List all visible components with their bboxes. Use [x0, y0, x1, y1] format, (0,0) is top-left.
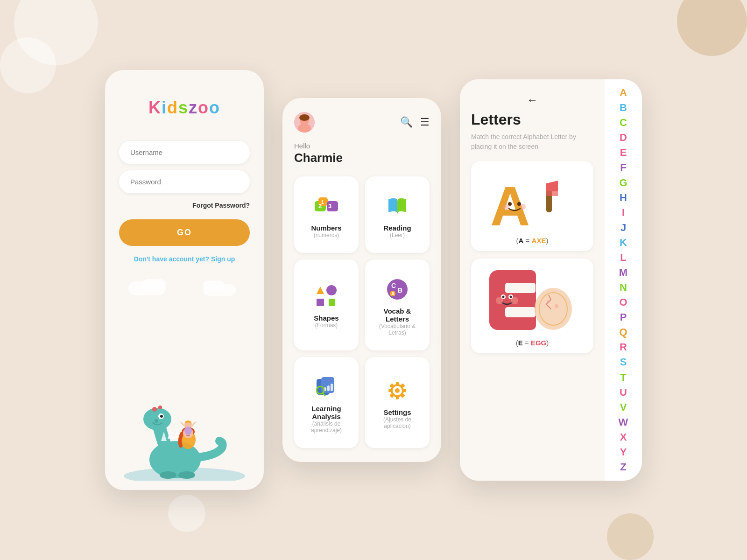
numbers-title: Numbers: [311, 224, 341, 232]
alpha-w[interactable]: W: [610, 416, 636, 428]
svg-text:B: B: [398, 287, 402, 294]
svg-point-24: [299, 114, 310, 121]
forgot-password-link[interactable]: Forgot Password?: [192, 202, 250, 209]
svg-marker-33: [317, 299, 324, 306]
alpha-i[interactable]: I: [610, 207, 636, 219]
svg-point-74: [511, 297, 518, 304]
letter-e-label: (E = EGG): [516, 339, 549, 347]
alpha-r[interactable]: R: [610, 341, 636, 353]
username-input[interactable]: [119, 141, 250, 164]
menu-vocab[interactable]: C B A Vocab & Letters (Vocabulario & Let…: [365, 259, 430, 350]
svg-point-73: [496, 297, 503, 304]
alphabet-sidebar: A B C D E F G H I J K L M N O P Q R S T …: [605, 79, 642, 481]
alpha-h[interactable]: H: [610, 192, 636, 204]
menu-settings[interactable]: Settings (Ajustes de aplicación): [365, 357, 430, 448]
cloud-2: [142, 279, 166, 289]
cloud-4: [203, 280, 224, 290]
greeting-section: Hello Charmie: [294, 142, 430, 165]
svg-point-78: [555, 304, 558, 308]
svg-point-75: [535, 288, 572, 330]
letters-title: Letters: [471, 111, 593, 128]
svg-marker-7: [168, 428, 173, 439]
svg-point-58: [508, 202, 512, 206]
svg-point-12: [152, 407, 157, 412]
svg-rect-43: [327, 385, 330, 391]
svg-point-77: [547, 300, 550, 303]
alpha-z[interactable]: Z: [610, 461, 636, 473]
alpha-c[interactable]: C: [610, 117, 636, 129]
alpha-m[interactable]: M: [610, 266, 636, 279]
alpha-p[interactable]: P: [610, 311, 636, 323]
password-input[interactable]: [119, 170, 250, 193]
alpha-e[interactable]: E: [610, 147, 636, 159]
svg-point-5: [155, 419, 158, 423]
back-button[interactable]: ←: [471, 93, 593, 106]
menu-numbers[interactable]: 2 3 1 Numbers (números): [294, 176, 359, 253]
svg-point-72: [510, 296, 512, 298]
alpha-u[interactable]: U: [610, 386, 636, 399]
svg-point-71: [502, 296, 505, 298]
menu-analysis[interactable]: Learning Analysis (análisis de aprendiza…: [294, 357, 359, 448]
alpha-f[interactable]: F: [610, 161, 636, 174]
svg-marker-34: [329, 299, 335, 306]
svg-rect-51: [388, 389, 392, 392]
svg-point-20: [184, 427, 192, 435]
alpha-a[interactable]: A: [610, 87, 636, 99]
alpha-x[interactable]: X: [610, 431, 636, 443]
letter-a-display: A: [486, 166, 579, 234]
alpha-t[interactable]: T: [610, 371, 636, 383]
svg-point-61: [520, 204, 526, 210]
alpha-o[interactable]: O: [610, 296, 636, 308]
menu-shapes[interactable]: Shapes (Formas): [294, 259, 359, 350]
shapes-subtitle: (Formas): [315, 322, 338, 329]
svg-marker-64: [546, 191, 558, 196]
reading-subtitle: (Leer): [390, 232, 405, 238]
alpha-s[interactable]: S: [610, 356, 636, 368]
dragon-illustration: [119, 277, 250, 481]
search-button[interactable]: 🔍: [400, 116, 413, 128]
settings-subtitle: (Ajustes de aplicación): [373, 416, 422, 429]
user-avatar: [294, 112, 315, 133]
screens-container: Kidszoo Forgot Password? GO Don't have a…: [105, 70, 642, 490]
go-button[interactable]: GO: [119, 219, 250, 246]
login-screen: Kidszoo Forgot Password? GO Don't have a…: [105, 70, 264, 490]
signup-link[interactable]: Sign up: [211, 255, 235, 263]
alpha-v[interactable]: V: [610, 401, 636, 413]
svg-point-13: [158, 406, 162, 409]
user-name: Charmie: [294, 151, 430, 165]
svg-rect-52: [402, 389, 406, 392]
vocab-subtitle: (Vocabulario & Letras): [373, 323, 422, 336]
menu-grid: 2 3 1 Numbers (números) Reading (Lee: [294, 176, 430, 448]
vocab-title: Vocab & Letters: [373, 307, 422, 323]
menu-button[interactable]: ☰: [420, 116, 430, 128]
menu-reading[interactable]: Reading (Leer): [365, 176, 430, 253]
alpha-g[interactable]: G: [610, 176, 636, 189]
svg-rect-49: [396, 382, 399, 385]
numbers-icon: 2 3 1: [313, 193, 339, 219]
dragon-svg: [119, 387, 250, 481]
shapes-title: Shapes: [314, 314, 338, 322]
bg-decoration-4: [677, 0, 747, 56]
alpha-y[interactable]: Y: [610, 446, 636, 458]
numbers-subtitle: (números): [314, 232, 339, 238]
letter-a-svg: A: [486, 170, 579, 231]
settings-icon: [384, 378, 410, 404]
hello-text: Hello: [294, 142, 430, 150]
svg-point-2: [143, 408, 171, 430]
alpha-q[interactable]: Q: [610, 326, 636, 338]
alpha-l[interactable]: L: [610, 252, 636, 264]
alpha-k[interactable]: K: [610, 237, 636, 249]
alpha-j[interactable]: J: [610, 222, 636, 234]
alpha-b[interactable]: B: [610, 102, 636, 114]
alpha-d[interactable]: D: [610, 132, 636, 144]
svg-rect-68: [505, 307, 536, 317]
svg-point-11: [178, 471, 195, 479]
signup-text: Don't have account yet? Sign up: [134, 255, 235, 263]
analysis-subtitle: (análisis de aprendizaje): [302, 420, 351, 434]
svg-point-4: [160, 415, 163, 418]
alpha-n[interactable]: N: [610, 281, 636, 294]
dashboard-header: 🔍 ☰: [294, 112, 430, 133]
reading-icon: [384, 193, 410, 219]
svg-point-60: [503, 204, 509, 210]
bg-decoration-2: [0, 37, 56, 93]
